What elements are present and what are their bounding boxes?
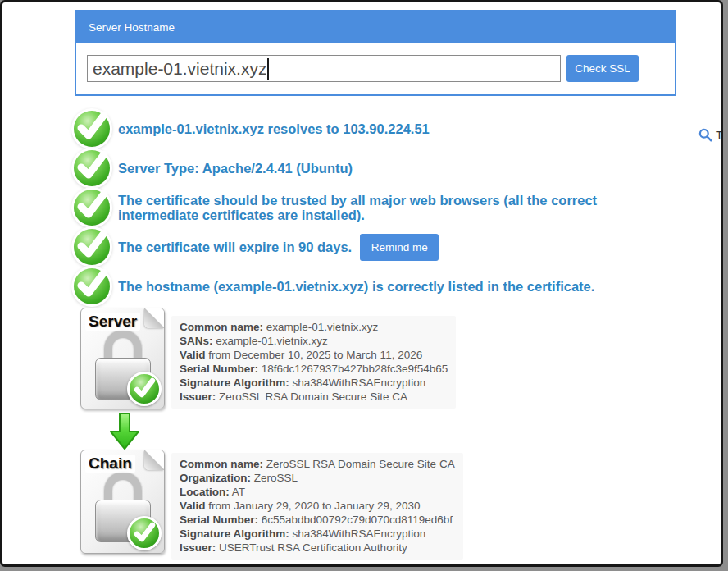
cert-field-common-name: Common name: ZeroSSL RSA Domain Secure S… bbox=[180, 457, 455, 471]
cert-field-signature: Signature Algorithm: sha384WithRSAEncryp… bbox=[180, 527, 455, 541]
sidebar-search[interactable]: To bbox=[698, 128, 723, 142]
cert-field-valid: Valid from December 10, 2025 to March 11… bbox=[180, 348, 448, 362]
server-certificate-details: Common name: example-01.vietnix.xyz SANs… bbox=[171, 316, 456, 409]
ssl-checker-window: Server Hostname example-01.vietnix.xyz C… bbox=[0, 0, 723, 567]
valid-badge-icon bbox=[127, 372, 162, 406]
chain-arrow-icon bbox=[107, 412, 142, 451]
cert-field-issuer: Issuer: ZeroSSL RSA Domain Secure Site C… bbox=[180, 390, 448, 404]
status-text: The hostname (example-01.vietnix.xyz) is… bbox=[118, 279, 594, 294]
status-list: example-01.vietnix.xyz resolves to 103.9… bbox=[74, 111, 648, 308]
cert-field-signature: Signature Algorithm: sha384WithRSAEncryp… bbox=[180, 376, 448, 390]
status-row-hostname-match: The hostname (example-01.vietnix.xyz) is… bbox=[74, 268, 648, 304]
success-check-icon bbox=[74, 229, 110, 265]
status-text: Server Type: Apache/2.4.41 (Ubuntu) bbox=[118, 161, 353, 176]
server-certificate-section: Server Common name: example-01.vietnix.x… bbox=[80, 308, 456, 409]
chain-certificate-details: Common name: ZeroSSL RSA Domain Secure S… bbox=[171, 453, 463, 560]
panel-body: example-01.vietnix.xyz Check SSL bbox=[76, 43, 675, 94]
search-icon[interactable] bbox=[698, 128, 712, 142]
text-caret bbox=[267, 58, 269, 80]
status-text: example-01.vietnix.xyz resolves to 103.9… bbox=[118, 121, 430, 136]
hostname-panel: Server Hostname example-01.vietnix.xyz C… bbox=[75, 10, 676, 96]
hostname-input[interactable]: example-01.vietnix.xyz bbox=[87, 55, 561, 82]
chain-certificate-section: Chain Common name: ZeroSSL RSA Domain Se… bbox=[80, 450, 463, 560]
page-fold-icon bbox=[144, 308, 164, 328]
certificate-type-label: Server bbox=[85, 313, 140, 331]
status-row-expiry: The certificate will expire in 90 days. … bbox=[74, 229, 648, 265]
remind-me-button[interactable]: Remind me bbox=[360, 234, 439, 261]
status-row-resolves: example-01.vietnix.xyz resolves to 103.9… bbox=[74, 111, 648, 147]
sidebar-search-label[interactable]: To bbox=[716, 129, 723, 142]
certificate-type-label: Chain bbox=[85, 455, 135, 473]
status-text: The certificate will expire in 90 days. bbox=[118, 240, 352, 254]
panel-title: Server Hostname bbox=[89, 21, 175, 34]
cert-field-sans: SANs: example-01.vietnix.xyz bbox=[180, 334, 448, 348]
panel-header: Server Hostname bbox=[76, 11, 675, 43]
hostname-input-value: example-01.vietnix.xyz bbox=[93, 59, 266, 79]
page-fold-icon bbox=[144, 450, 164, 470]
valid-badge-icon bbox=[127, 516, 162, 550]
cert-field-location: Location: AT bbox=[180, 485, 455, 499]
success-check-icon bbox=[74, 150, 110, 186]
success-check-icon bbox=[74, 268, 110, 304]
success-check-icon bbox=[74, 190, 110, 226]
success-check-icon bbox=[74, 111, 110, 147]
cert-field-valid: Valid from January 29, 2020 to January 2… bbox=[180, 499, 455, 513]
status-text: The certificate should be trusted by all… bbox=[118, 193, 648, 222]
server-certificate-icon: Server bbox=[80, 308, 165, 409]
cert-field-serial: Serial Number: 18f6dc1267937b427bb28fc3e… bbox=[180, 362, 448, 376]
cert-field-serial: Serial Number: 6c55abdbd00792c79d070cd81… bbox=[180, 513, 455, 527]
cert-field-issuer: Issuer: USERTrust RSA Certification Auth… bbox=[180, 541, 455, 555]
chain-certificate-icon: Chain bbox=[80, 450, 165, 554]
status-row-server-type: Server Type: Apache/2.4.41 (Ubuntu) bbox=[74, 150, 648, 186]
cert-field-organization: Organization: ZeroSSL bbox=[180, 471, 455, 485]
status-row-trusted: The certificate should be trusted by all… bbox=[74, 190, 648, 226]
check-ssl-button[interactable]: Check SSL bbox=[566, 55, 639, 82]
cert-field-common-name: Common name: example-01.vietnix.xyz bbox=[180, 320, 448, 334]
sidebar-divider bbox=[696, 158, 722, 158]
